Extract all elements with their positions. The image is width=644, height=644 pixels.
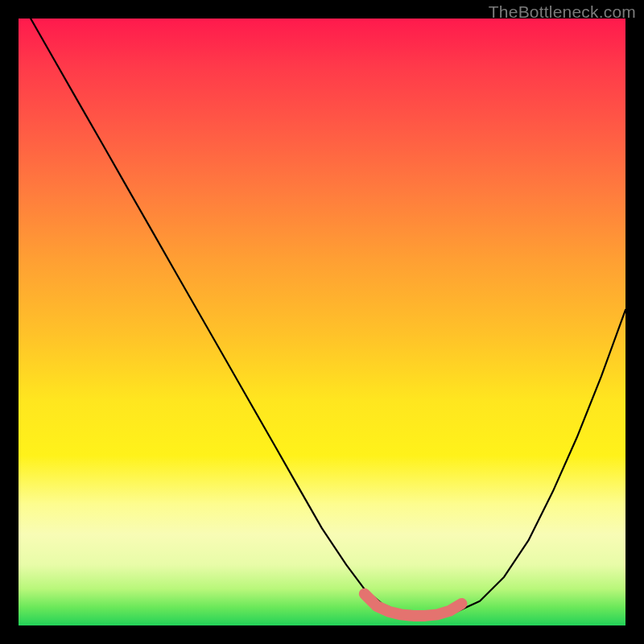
- optimal-band: [365, 594, 462, 616]
- chart-frame: TheBottleneck.com: [0, 0, 644, 644]
- watermark-text: TheBottleneck.com: [489, 2, 636, 22]
- bottleneck-curve: [31, 19, 625, 616]
- chart-overlay: [19, 19, 625, 625]
